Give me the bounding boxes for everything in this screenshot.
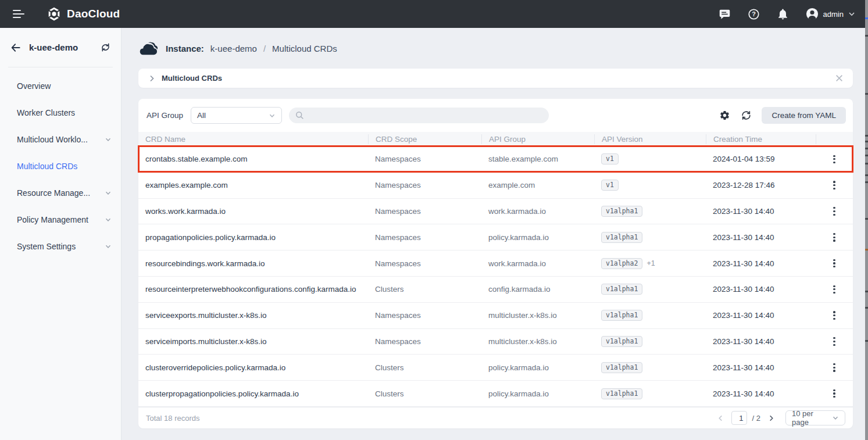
table-row[interactable]: serviceexports.multicluster.x-k8s.io Nam… bbox=[138, 303, 853, 329]
api-group-cell: policy.karmada.io bbox=[481, 233, 594, 242]
creation-time-cell: 2024-01-04 13:59 bbox=[706, 155, 816, 163]
breadcrumb-prefix: Instance: bbox=[166, 44, 204, 53]
chevron-down-icon bbox=[832, 414, 839, 421]
page-number-input[interactable] bbox=[731, 411, 747, 425]
table-row[interactable]: resourcebindings.work.karmada.io Namespa… bbox=[138, 251, 853, 277]
api-group-cell: example.com bbox=[481, 181, 594, 189]
crd-scope-cell: Namespaces bbox=[368, 155, 481, 163]
back-arrow-icon[interactable] bbox=[10, 42, 22, 53]
row-actions-kebab-icon[interactable] bbox=[828, 256, 840, 271]
chevron-down-icon bbox=[269, 112, 276, 119]
notifications-bell-icon[interactable] bbox=[777, 8, 790, 20]
sidebar-item-label: Policy Management bbox=[17, 215, 105, 224]
sidebar-item-label: Multicloud CRDs bbox=[17, 162, 112, 171]
table-row[interactable]: examples.example.com Namespaces example.… bbox=[138, 173, 853, 199]
user-menu[interactable]: admin bbox=[806, 8, 855, 20]
row-actions-kebab-icon[interactable] bbox=[828, 282, 840, 297]
crd-name-cell: serviceimports.multicluster.x-k8s.io bbox=[138, 337, 368, 346]
creation-time-cell: 2023-11-30 14:40 bbox=[706, 259, 816, 268]
row-actions-kebab-icon[interactable] bbox=[828, 178, 840, 192]
creation-time-cell: 2023-11-30 14:40 bbox=[706, 285, 816, 294]
api-version-cell: v1alpha1 bbox=[594, 284, 706, 295]
crd-name-cell: propagationpolicies.policy.karmada.io bbox=[138, 233, 368, 242]
api-group-cell: work.karmada.io bbox=[481, 259, 594, 268]
api-version-badge: v1 bbox=[601, 180, 619, 191]
api-group-cell: multicluster.x-k8s.io bbox=[481, 337, 594, 346]
crd-scope-cell: Namespaces bbox=[368, 233, 481, 242]
row-actions-kebab-icon[interactable] bbox=[828, 334, 840, 349]
api-version-cell: v1alpha1 bbox=[594, 388, 706, 399]
api-version-badge: v1 bbox=[601, 153, 619, 164]
sidebar-item-worker-clusters[interactable]: Worker Clusters bbox=[0, 99, 121, 126]
messages-icon[interactable] bbox=[719, 8, 731, 20]
crd-scope-cell: Namespaces bbox=[368, 311, 481, 320]
row-actions-kebab-icon[interactable] bbox=[828, 152, 840, 167]
api-version-badge: v1alpha1 bbox=[601, 206, 642, 217]
search-box bbox=[289, 108, 549, 123]
sidebar-item-label: Multicloud Worklo... bbox=[17, 135, 105, 144]
instance-cloud-icon bbox=[138, 41, 158, 56]
creation-time-cell: 2023-11-30 14:40 bbox=[706, 233, 816, 242]
crd-name-cell: resourcebindings.work.karmada.io bbox=[138, 259, 368, 268]
crd-name-cell: clusteroverridepolicies.policy.karmada.i… bbox=[138, 363, 368, 372]
table-row[interactable]: serviceimports.multicluster.x-k8s.io Nam… bbox=[138, 329, 853, 355]
close-icon[interactable] bbox=[835, 74, 843, 82]
api-version-badge: v1alpha2 bbox=[601, 258, 642, 269]
api-group-filter-label: API Group bbox=[147, 111, 183, 120]
crd-name-cell: crontabs.stable.example.com bbox=[138, 155, 368, 163]
api-version-cell: v1alpha2+1 bbox=[594, 258, 706, 269]
sidebar-item-label: Worker Clusters bbox=[17, 108, 112, 117]
api-group-select[interactable]: All bbox=[191, 107, 282, 124]
scrollbar-minimap[interactable] bbox=[865, 0, 868, 440]
refresh-icon[interactable] bbox=[740, 110, 752, 121]
total-records: Total 18 records bbox=[146, 414, 200, 423]
table-row[interactable]: resourceinterpreterwebhookconfigurations… bbox=[138, 277, 853, 303]
page-size-value: 10 per page bbox=[792, 409, 832, 427]
crd-scope-cell: Namespaces bbox=[368, 207, 481, 216]
switch-instance-icon[interactable] bbox=[100, 42, 111, 53]
create-from-yaml-button[interactable]: Create from YAML bbox=[762, 107, 846, 124]
user-avatar bbox=[806, 8, 819, 20]
sidebar-item-overview[interactable]: Overview bbox=[0, 73, 121, 99]
table-row[interactable]: clusteroverridepolicies.policy.karmada.i… bbox=[138, 355, 853, 381]
page-size-select[interactable]: 10 per page bbox=[785, 410, 845, 425]
api-group-cell: multicluster.x-k8s.io bbox=[481, 311, 594, 320]
table-row[interactable]: crontabs.stable.example.com Namespaces s… bbox=[138, 146, 853, 173]
api-version-badges: v1 bbox=[601, 154, 619, 163]
help-icon[interactable]: ? bbox=[748, 8, 760, 20]
sidebar-item-resource-manage[interactable]: Resource Manage... bbox=[0, 180, 121, 206]
row-actions-kebab-icon[interactable] bbox=[828, 204, 840, 219]
table-row[interactable]: clusterpropagationpolicies.policy.karmad… bbox=[138, 381, 853, 407]
sidebar-item-system-settings[interactable]: System Settings bbox=[0, 233, 121, 260]
sidebar-item-multicloud-worklo[interactable]: Multicloud Worklo... bbox=[0, 126, 121, 153]
row-actions-kebab-icon[interactable] bbox=[828, 387, 840, 401]
next-page-icon[interactable] bbox=[766, 413, 776, 423]
api-version-cell: v1alpha1 bbox=[594, 232, 706, 243]
crd-name-cell: serviceexports.multicluster.x-k8s.io bbox=[138, 311, 368, 320]
settings-gear-icon[interactable] bbox=[719, 110, 730, 121]
column-header-api-version: API Version bbox=[594, 134, 706, 144]
search-input[interactable] bbox=[309, 108, 542, 123]
table-row[interactable]: propagationpolicies.policy.karmada.io Na… bbox=[138, 224, 853, 251]
user-name: admin bbox=[823, 10, 844, 19]
table-row[interactable]: works.work.karmada.io Namespaces work.ka… bbox=[138, 199, 853, 225]
row-actions-kebab-icon[interactable] bbox=[828, 360, 840, 375]
collapse-panel[interactable]: Multicloud CRDs bbox=[138, 69, 853, 88]
sidebar-item-policy-management[interactable]: Policy Management bbox=[0, 206, 121, 233]
creation-time-cell: 2023-11-30 14:40 bbox=[706, 311, 816, 320]
table-footer: Total 18 records / 2 10 per page bbox=[138, 407, 853, 428]
menu-toggle-icon[interactable] bbox=[13, 10, 26, 18]
main-content: Instance: k-uee-demo / Multicloud CRDs M… bbox=[122, 28, 868, 440]
daocloud-logo-icon bbox=[47, 6, 62, 22]
api-group-cell: work.karmada.io bbox=[481, 207, 594, 216]
api-version-cell: v1alpha1 bbox=[594, 310, 706, 321]
breadcrumb-instance[interactable]: k-uee-demo bbox=[210, 44, 257, 53]
sidebar-item-multicloud-crds[interactable]: Multicloud CRDs bbox=[0, 153, 121, 180]
prev-page-icon[interactable] bbox=[716, 413, 726, 423]
pagination: / 2 10 per page bbox=[716, 410, 845, 425]
creation-time-cell: 2023-12-28 17:46 bbox=[706, 181, 816, 189]
crd-name-cell: works.work.karmada.io bbox=[138, 207, 368, 216]
row-actions-kebab-icon[interactable] bbox=[828, 230, 840, 245]
api-version-badge: v1alpha1 bbox=[601, 310, 642, 321]
row-actions-kebab-icon[interactable] bbox=[828, 308, 840, 323]
